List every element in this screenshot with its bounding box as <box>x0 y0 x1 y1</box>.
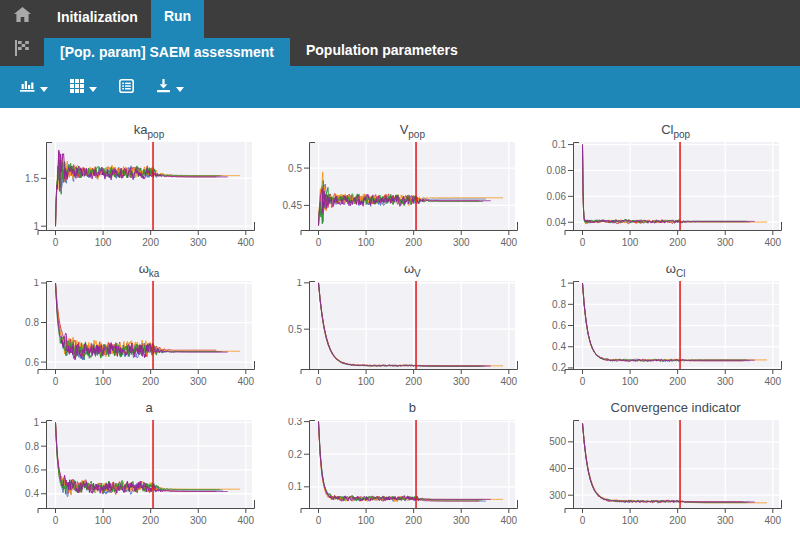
svg-text:100: 100 <box>95 515 112 526</box>
svg-text:0.6: 0.6 <box>25 357 39 368</box>
svg-text:1: 1 <box>33 418 39 428</box>
chart-title: kapop <box>46 120 252 140</box>
svg-text:100: 100 <box>621 376 638 387</box>
svg-text:300: 300 <box>190 376 207 387</box>
svg-text:300: 300 <box>453 515 470 526</box>
subtab-pop-params-label: Population parameters <box>306 42 458 58</box>
home-button[interactable] <box>0 0 44 33</box>
chart-a: a 0.40.60.810100200300400 <box>6 398 269 532</box>
tab-initialization[interactable]: Initialization <box>44 0 151 33</box>
svg-text:0.04: 0.04 <box>546 217 566 228</box>
chart-omega-ka: ωka 0.60.810100200300400 <box>6 259 269 393</box>
svg-text:0: 0 <box>53 376 59 387</box>
svg-text:0.8: 0.8 <box>25 317 39 328</box>
chart-omega-cl: ωCl 0.20.40.60.810100200300400 <box>533 259 796 393</box>
svg-text:100: 100 <box>621 237 638 248</box>
svg-text:100: 100 <box>621 515 638 526</box>
chart-type-icon <box>20 79 35 95</box>
svg-text:1: 1 <box>297 279 303 288</box>
tab-run-label: Run <box>164 0 191 33</box>
svg-text:400: 400 <box>237 376 254 387</box>
subtab-saem-assessment[interactable]: [Pop. param] SAEM assessment <box>44 38 290 66</box>
svg-text:0: 0 <box>316 376 322 387</box>
chart-title: Convergence indicator <box>573 398 779 418</box>
sub-tab-bar: [Pop. param] SAEM assessment Population … <box>0 33 800 66</box>
svg-text:0.2: 0.2 <box>552 362 566 373</box>
home-icon <box>14 7 31 26</box>
plot-toolbar <box>0 66 800 108</box>
svg-text:0.5: 0.5 <box>288 324 302 335</box>
svg-text:400: 400 <box>237 515 254 526</box>
svg-text:0.45: 0.45 <box>283 200 303 211</box>
chart-plot-omega-cl: 0.20.40.60.810100200300400 <box>533 279 783 393</box>
svg-text:300: 300 <box>717 515 734 526</box>
svg-text:400: 400 <box>501 376 518 387</box>
svg-text:300: 300 <box>717 237 734 248</box>
export-download-icon <box>156 79 171 96</box>
tab-initialization-label: Initialization <box>57 9 138 25</box>
svg-text:400: 400 <box>764 237 781 248</box>
chart-v-pop: Vpop 0.450.50100200300400 <box>269 120 532 254</box>
svg-text:0: 0 <box>53 515 59 526</box>
svg-text:0.8: 0.8 <box>552 299 566 310</box>
svg-text:300: 300 <box>453 376 470 387</box>
svg-text:0: 0 <box>316 515 322 526</box>
caret-down-icon <box>89 80 97 95</box>
svg-text:400: 400 <box>549 463 566 474</box>
svg-text:0.1: 0.1 <box>288 481 302 492</box>
svg-text:0: 0 <box>579 515 585 526</box>
chart-cl-pop: Clpop 0.040.060.080.10100200300400 <box>533 120 796 254</box>
svg-text:0.06: 0.06 <box>546 191 566 202</box>
chart-title: ωV <box>309 259 515 279</box>
chart-type-button[interactable] <box>12 73 56 101</box>
chart-plot-cl-pop: 0.040.060.080.10100200300400 <box>533 140 783 254</box>
svg-text:300: 300 <box>453 237 470 248</box>
chart-plot-ka-pop: 11.50100200300400 <box>6 140 256 254</box>
checkered-flag-icon <box>14 40 30 60</box>
svg-text:400: 400 <box>764 515 781 526</box>
svg-text:200: 200 <box>406 237 423 248</box>
results-flag-button[interactable] <box>0 33 44 66</box>
tab-run[interactable]: Run <box>151 0 204 38</box>
chart-plot-omega-v: 0.510100200300400 <box>269 279 519 393</box>
svg-text:0.8: 0.8 <box>25 441 39 452</box>
svg-text:500: 500 <box>549 436 566 447</box>
svg-text:300: 300 <box>717 376 734 387</box>
layout-grid-button[interactable] <box>62 73 105 102</box>
subtab-saem-label: [Pop. param] SAEM assessment <box>60 44 274 60</box>
svg-text:200: 200 <box>669 237 686 248</box>
caret-down-icon <box>40 80 48 95</box>
charts-grid: kapop 11.50100200300400 Vpop 0.450.50100… <box>0 108 800 532</box>
svg-text:100: 100 <box>358 376 375 387</box>
svg-text:1: 1 <box>33 221 39 232</box>
svg-text:400: 400 <box>501 237 518 248</box>
chart-title: ωka <box>46 259 252 279</box>
svg-text:0: 0 <box>53 237 59 248</box>
chart-title: b <box>309 398 515 418</box>
svg-text:0.5: 0.5 <box>288 163 302 174</box>
svg-text:300: 300 <box>549 490 566 501</box>
svg-text:200: 200 <box>142 515 159 526</box>
legend-button[interactable] <box>111 73 142 102</box>
svg-text:0.3: 0.3 <box>288 418 302 427</box>
svg-text:100: 100 <box>358 237 375 248</box>
chart-plot-v-pop: 0.450.50100200300400 <box>269 140 519 254</box>
svg-text:300: 300 <box>190 515 207 526</box>
caret-down-icon <box>176 80 184 95</box>
svg-text:0: 0 <box>579 237 585 248</box>
chart-ka-pop: kapop 11.50100200300400 <box>6 120 269 254</box>
chart-b: b 0.10.20.30100200300400 <box>269 398 532 532</box>
svg-text:0.1: 0.1 <box>552 140 566 150</box>
svg-text:400: 400 <box>237 237 254 248</box>
svg-text:200: 200 <box>406 515 423 526</box>
chart-title: a <box>46 398 252 418</box>
svg-text:200: 200 <box>669 376 686 387</box>
svg-text:1: 1 <box>560 279 566 289</box>
svg-text:100: 100 <box>95 237 112 248</box>
subtab-population-parameters[interactable]: Population parameters <box>290 33 474 66</box>
export-button[interactable] <box>148 73 192 102</box>
svg-text:400: 400 <box>501 515 518 526</box>
chart-plot-convergence-indicator: 3004005000100200300400 <box>533 418 783 532</box>
chart-title: Clpop <box>573 120 779 140</box>
svg-text:200: 200 <box>142 237 159 248</box>
